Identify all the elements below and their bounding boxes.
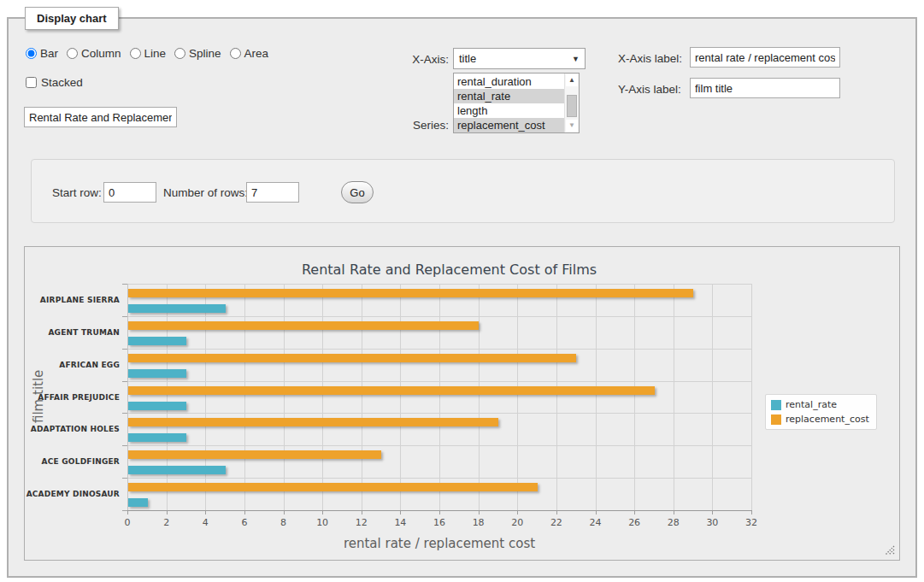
scroll-up-icon[interactable]: ▲ <box>566 74 578 86</box>
chart-type-radio-bar[interactable] <box>26 48 37 59</box>
legend-swatch <box>771 400 781 410</box>
gridline-horizontal <box>127 381 751 382</box>
y-axis-label-input[interactable] <box>690 78 840 98</box>
legend-item-replacement_cost[interactable]: replacement_cost <box>771 414 869 425</box>
bar-replacement_cost[interactable] <box>128 483 538 491</box>
start-row-input[interactable] <box>103 182 156 203</box>
bar-rental_rate[interactable] <box>128 304 226 313</box>
y-axis-tick <box>122 316 127 317</box>
gridline-horizontal <box>127 316 751 317</box>
chart-type-radio-column[interactable] <box>67 48 78 59</box>
chart-type-radio-area[interactable] <box>230 48 241 59</box>
x-tick-label: 18 <box>473 517 485 528</box>
x-tick-label: 14 <box>394 517 406 528</box>
bar-replacement_cost[interactable] <box>128 289 693 297</box>
gridline-vertical <box>284 284 285 510</box>
category-label: ACADEMY DINOSAUR <box>25 489 120 499</box>
x-axis-tick <box>205 511 206 514</box>
x-axis-tick <box>127 511 128 514</box>
gridline-vertical <box>167 284 168 510</box>
legend-label: rental_rate <box>786 399 837 410</box>
series-select-label: Series: <box>368 119 449 132</box>
series-option-replacement_cost[interactable]: replacement_cost <box>454 118 564 132</box>
chart-type-radio-label: Line <box>144 47 167 60</box>
num-rows-input[interactable] <box>246 182 299 203</box>
stacked-checkbox[interactable] <box>26 77 37 88</box>
chart-type-option-bar[interactable]: Bar <box>26 47 58 60</box>
bar-replacement_cost[interactable] <box>128 418 498 426</box>
num-rows-label: Number of rows: <box>163 186 248 199</box>
bar-rental_rate[interactable] <box>128 466 226 474</box>
y-axis-tick <box>122 413 127 414</box>
gridline-vertical <box>674 284 674 510</box>
x-axis-tick <box>674 511 674 514</box>
go-button[interactable]: Go <box>341 181 374 203</box>
x-axis-tick <box>751 511 752 514</box>
gridline-vertical <box>322 284 323 510</box>
bar-replacement_cost[interactable] <box>128 321 479 330</box>
x-tick-label: 28 <box>668 517 680 528</box>
chart-type-radio-group: BarColumnLineSplineArea <box>26 47 275 60</box>
bar-rental_rate[interactable] <box>128 498 148 507</box>
bar-rental_rate[interactable] <box>128 433 186 442</box>
y-axis-tick <box>122 381 127 382</box>
series-option-rental_duration[interactable]: rental_duration <box>454 74 564 89</box>
y-axis-tick <box>122 478 127 479</box>
legend-swatch <box>771 414 781 425</box>
gridline-horizontal <box>127 445 751 446</box>
listbox-scrollbar[interactable]: ▲ ▼ <box>564 73 579 132</box>
chevron-down-icon: ▼ <box>572 55 580 63</box>
category-label: ACE GOLDFINGER <box>25 456 120 467</box>
gridline-horizontal <box>127 284 751 285</box>
gridline-vertical <box>712 284 713 510</box>
legend-item-rental_rate[interactable]: rental_rate <box>771 399 869 410</box>
y-axis-tick <box>122 510 127 511</box>
bar-rental_rate[interactable] <box>128 337 186 345</box>
stacked-row: Stacked <box>26 76 83 89</box>
y-axis-label-label: Y-Axis label: <box>618 83 681 96</box>
gridline-vertical <box>556 284 557 510</box>
x-tick-label: 12 <box>356 517 368 528</box>
chart-type-radio-label: Area <box>244 47 269 60</box>
x-axis-tick <box>439 511 440 514</box>
category-label: ADAPTATION HOLES <box>25 424 120 434</box>
chart-type-radio-label: Bar <box>40 47 58 60</box>
gridline-vertical <box>439 284 440 510</box>
series-option-rental_rate[interactable]: rental_rate <box>454 89 564 103</box>
chart-title-input[interactable] <box>24 107 177 127</box>
x-axis-tick <box>712 511 713 514</box>
bar-rental_rate[interactable] <box>128 369 186 378</box>
chart-container: Rental Rate and Replacement Cost of Film… <box>24 246 900 561</box>
scrollbar-thumb[interactable] <box>567 95 577 117</box>
legend-label: replacement_cost <box>786 414 869 425</box>
series-option-length[interactable]: length <box>454 103 564 118</box>
chart-type-option-spline[interactable]: Spline <box>174 47 221 60</box>
x-tick-label: 4 <box>203 517 209 528</box>
bar-replacement_cost[interactable] <box>128 354 576 362</box>
x-axis-tick <box>362 511 362 514</box>
x-tick-label: 2 <box>163 517 169 528</box>
bar-replacement_cost[interactable] <box>128 386 655 395</box>
page: { "fieldset": { "legend": "Display chart… <box>0 0 924 582</box>
gridline-vertical <box>634 284 635 510</box>
chart-type-radio-spline[interactable] <box>174 48 185 59</box>
row-range-panel: Start row: Number of rows: Go <box>31 159 895 223</box>
gridline-vertical <box>479 284 480 510</box>
bar-replacement_cost[interactable] <box>128 450 381 459</box>
chart-type-option-column[interactable]: Column <box>67 47 121 60</box>
x-axis-tick <box>167 511 168 514</box>
resize-grip-icon[interactable] <box>885 545 895 556</box>
x-axis-tick <box>596 511 597 514</box>
x-axis-select[interactable]: title ▼ <box>453 48 586 69</box>
bar-rental_rate[interactable] <box>128 402 186 410</box>
x-tick-label: 6 <box>241 517 247 528</box>
scroll-down-icon[interactable]: ▼ <box>566 120 578 132</box>
chart-type-option-area[interactable]: Area <box>230 47 269 60</box>
series-listbox[interactable]: rental_durationrental_ratelengthreplacem… <box>453 73 580 133</box>
gridline-vertical <box>751 284 752 510</box>
chart-type-option-line[interactable]: Line <box>130 47 167 60</box>
chart-type-radio-line[interactable] <box>130 48 141 59</box>
x-axis-label-label: X-Axis label: <box>618 52 682 65</box>
x-axis-label-input[interactable] <box>690 47 840 68</box>
chart-type-radio-label: Spline <box>189 47 221 60</box>
